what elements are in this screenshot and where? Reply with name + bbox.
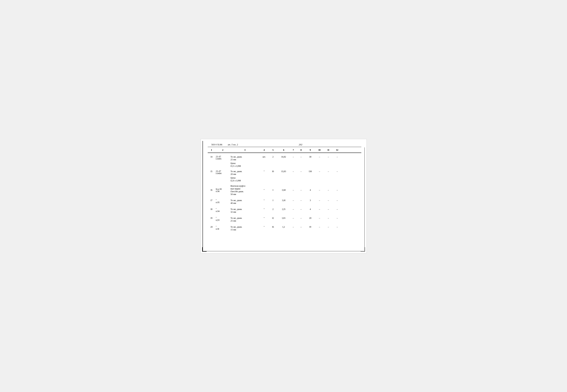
cell-18-7: – — [290, 208, 297, 211]
table-row: I6 Ц-к III п.96 Вентили муфто- вые марки… — [208, 184, 361, 197]
cell-16-11: – — [324, 189, 333, 192]
cell-16-8: – — [297, 189, 305, 192]
cell-20-6: I,2 — [277, 225, 290, 229]
cell-15-6: I3,83 — [277, 170, 290, 173]
cell-17-10: – — [315, 199, 324, 202]
cell-17-9: 3 — [305, 199, 315, 202]
table-body: I4 23–07 I-0495 То же, диам. 25 мм шт. 2… — [208, 155, 361, 233]
table-row: I4 23–07 I-0495 То же, диам. 25 мм шт. 2… — [208, 155, 361, 168]
cell-16-2: Ц-к III п.96 — [216, 188, 230, 193]
cell-14-6: I4,82 — [277, 155, 290, 158]
cell-19-5: I2 — [269, 217, 277, 220]
cell-20-12: – — [333, 225, 342, 229]
cell-14-4: шт. — [260, 155, 269, 158]
cell-18-4: " — [260, 208, 269, 211]
col-header-7: 7 — [290, 148, 297, 152]
doc-number: 503-I-5I.86 — [211, 143, 222, 146]
table-row: 20 " п.9I То же, диам. 15 мм " I6 I,2 – … — [208, 225, 361, 233]
cell-14-3: То же, диам. 25 мм — [230, 155, 260, 161]
cell-17-3: То же, диам. 40 мм — [230, 199, 260, 205]
cell-18-11: – — [324, 208, 333, 211]
corner-bracket-bl — [202, 247, 207, 252]
cell-14-12: – — [333, 155, 342, 158]
cell-17-5: I — [269, 199, 277, 202]
cell-18-3: То же, диам. 32 мм — [230, 208, 260, 214]
table-row: I7 " п.95 То же, диам. 40 мм " I 3,0I – … — [208, 198, 361, 206]
cell-17-11: – — [324, 199, 333, 202]
cell-15-11: – — [324, 170, 333, 173]
doc-subtitle: ап. 5 кн. 2 — [228, 143, 238, 146]
cell-18-12: – — [333, 208, 342, 211]
cell-15-8: – — [297, 170, 305, 173]
cell-19-6: I,65 — [277, 217, 290, 220]
cell-16-6: 3,68 — [277, 189, 290, 192]
page-number: 202 — [240, 143, 361, 146]
cell-20-3: То же, диам. 15 мм — [230, 225, 260, 231]
cell-15-5: I0 — [269, 170, 277, 173]
cell-15-4: " — [260, 170, 269, 173]
cell-16-4: " — [260, 189, 269, 192]
cell-14-8: – — [297, 155, 305, 158]
col-header-12: I2 — [333, 148, 342, 152]
cell-19-12: – — [333, 217, 342, 220]
cell-16-3: Вентили муфто- вые марки I5кч18п диам. 5… — [230, 184, 260, 196]
cell-14-9: 30 — [305, 155, 315, 158]
cell-17-7: – — [290, 199, 297, 202]
cell-19-1: I9 — [208, 217, 216, 220]
frame-left — [203, 141, 203, 251]
cell-15-12: – — [333, 170, 342, 173]
cell-20-10: – — [315, 225, 324, 229]
cell-15-1: I5 — [208, 170, 216, 173]
cell-14-price: Цена:I3,5 x I,098 — [230, 162, 260, 168]
cell-19-3: То же, диам. 25 мм — [230, 217, 260, 223]
frame-right — [364, 147, 365, 251]
cell-19-7: – — [290, 217, 297, 220]
cell-19-10: – — [315, 217, 324, 220]
col-header-5: 5 — [269, 148, 277, 152]
cell-17-1: I7 — [208, 199, 216, 202]
cell-14-11: – — [324, 155, 333, 158]
cell-20-7: – — [290, 225, 297, 229]
col-header-3: 3 — [230, 148, 260, 152]
cell-20-1: 20 — [208, 225, 216, 229]
cell-14-10: – — [315, 155, 324, 158]
frame-bottom — [203, 251, 365, 251]
cell-15-7: – — [290, 170, 297, 173]
cell-14-7: – — [290, 155, 297, 158]
cell-14-1: I4 — [208, 155, 216, 158]
column-headers: I 2 3 4 5 6 7 8 9 I0 II I2 — [208, 147, 361, 153]
cell-19-4: " — [260, 217, 269, 220]
cell-18-5: 2 — [269, 208, 277, 211]
cell-15-2: 23–07 I-0494 — [216, 170, 230, 175]
cell-17-12: – — [333, 199, 342, 202]
table-row: I9 " п,93 То же, диам. 25 мм " I2 I,65 –… — [208, 216, 361, 224]
col-header-10: I0 — [315, 148, 324, 152]
cell-18-6: 2,I5 — [277, 208, 290, 211]
table-row: I5 23–07 I-0494 То же, диам. 20 мм " I0 … — [208, 169, 361, 183]
col-header-2: 2 — [216, 148, 230, 152]
cell-18-1: I8 — [208, 208, 216, 211]
cell-20-11: – — [324, 225, 333, 229]
cell-16-1: I6 — [208, 189, 216, 192]
col-header-4: 4 — [260, 148, 269, 152]
cell-16-12: – — [333, 189, 342, 192]
cell-19-8: – — [297, 217, 305, 220]
col-header-6: 6 — [277, 148, 290, 152]
cell-14-2: 23–07 I-0495 — [216, 155, 230, 160]
cell-16-7: – — [290, 189, 297, 192]
cell-20-4: " — [260, 225, 269, 229]
col-header-8: 8 — [297, 148, 305, 152]
corner-bracket-br — [361, 247, 365, 252]
cell-15-9: I38 — [305, 170, 315, 173]
cell-19-9: 20 — [305, 217, 315, 220]
cell-18-9: 4 — [305, 208, 315, 211]
cell-16-10: – — [315, 189, 324, 192]
cell-16-5: I — [269, 189, 277, 192]
document-header: 503-I-5I.86 ап. 5 кн. 2 202 — [208, 142, 361, 147]
cell-17-2: " п.95 — [216, 199, 230, 204]
cell-15-price: Цена:I2,6 x I,098 — [230, 177, 260, 182]
table-row: I8 " п.94 То же, диам. 32 мм " 2 2,I5 – … — [208, 207, 361, 215]
cell-18-2: " п.94 — [216, 208, 230, 212]
cell-17-8: – — [297, 199, 305, 202]
cell-20-5: I6 — [269, 225, 277, 229]
